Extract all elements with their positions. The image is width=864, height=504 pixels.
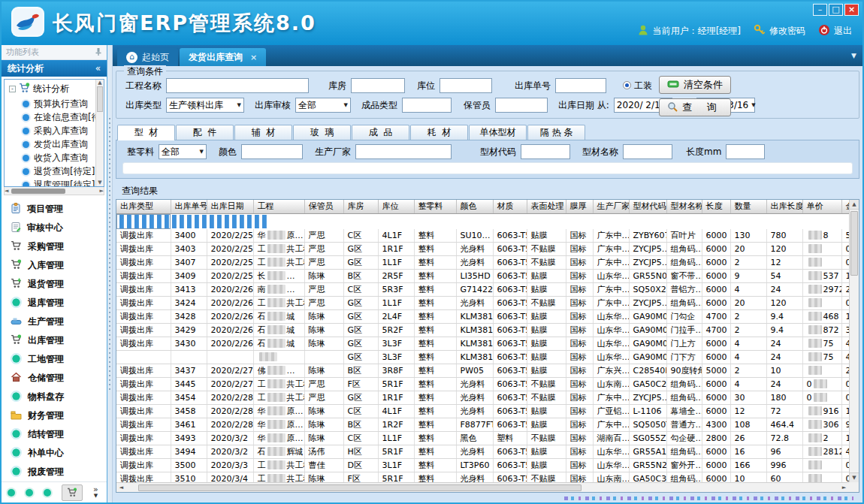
length-input[interactable] bbox=[726, 144, 765, 159]
column-header[interactable]: 金额 bbox=[841, 200, 849, 213]
table-row[interactable]: 调拨出库34932020/3/2华原…陈琳C区1L1F整料黑色塑料不贴膜国标湖南… bbox=[116, 432, 849, 445]
table-row[interactable]: 调拨出库34942020/3/2石辉城汤伟H区5R1F整料光身料6063-T5贴… bbox=[116, 445, 849, 459]
tab-close-icon[interactable]: × bbox=[250, 53, 257, 62]
profile-name-input[interactable] bbox=[623, 144, 672, 159]
table-row[interactable]: 调拨出库35002020/3/3工共工程曹佳D区3L1F整料LT3P606063… bbox=[116, 459, 849, 472]
column-header[interactable]: 型材名称 bbox=[666, 200, 702, 213]
column-header[interactable]: 生产厂家 bbox=[593, 200, 629, 213]
sidebar-item-folder[interactable]: 财务管理 bbox=[2, 406, 107, 425]
table-row[interactable]: 调拨出库34282020/2/26石城陈琳G区2L4F整料KLM38176063… bbox=[116, 310, 849, 324]
table-row[interactable]: 调拨出库34292020/2/26石城陈琳G区5R2F整料KLM38176063… bbox=[116, 324, 849, 337]
column-header[interactable]: 单价 bbox=[802, 200, 841, 213]
outbound-no-input[interactable] bbox=[555, 78, 606, 93]
tab-shipment-outbound-query[interactable]: 发货出库查询 × bbox=[180, 48, 266, 66]
column-header[interactable]: 出库长度 bbox=[766, 200, 802, 213]
material-tab[interactable]: 隔 热 条 bbox=[527, 125, 585, 140]
material-tab[interactable]: 玻 璃 bbox=[293, 125, 351, 140]
tree-root[interactable]: - 统计分析 bbox=[5, 80, 104, 97]
collapse-icon[interactable]: « bbox=[95, 63, 101, 74]
tree-item[interactable]: 在途信息查询[待 bbox=[5, 110, 104, 124]
search-button[interactable]: 查 询 bbox=[659, 98, 731, 116]
maximize-button[interactable]: □ bbox=[829, 4, 843, 16]
splitter-handle[interactable] bbox=[107, 45, 113, 502]
material-tab[interactable]: 耗 材 bbox=[410, 125, 468, 140]
scroll-right-icon[interactable]: ► bbox=[839, 484, 849, 490]
tab-list-dropdown-icon[interactable]: ▼ bbox=[851, 52, 856, 59]
sidebar-item-dot[interactable]: 退库管理 bbox=[2, 294, 107, 312]
close-button[interactable]: × bbox=[844, 4, 859, 16]
overflow-item-icon[interactable] bbox=[26, 489, 33, 496]
tree-item[interactable]: 发货出库查询 bbox=[5, 137, 104, 151]
table-row[interactable]: 调拨出库34372020/2/27佛…陈琳B区3R8F整料PW056063-T5… bbox=[116, 364, 849, 378]
material-tab[interactable]: 单体型材 bbox=[469, 125, 527, 140]
pin-icon[interactable] bbox=[95, 47, 102, 58]
column-header[interactable]: 库位 bbox=[378, 200, 414, 213]
scroll-down-icon[interactable]: ▼ bbox=[850, 472, 859, 482]
table-row[interactable]: G区3L3F整料KLM38176063-T5贴膜国标山东华…GA90M09.门下… bbox=[116, 351, 849, 364]
tree-item[interactable]: 采购入库查询 bbox=[5, 124, 104, 137]
tree-horizontal-scrollbar[interactable]: ◄► bbox=[4, 187, 104, 195]
keeper-input[interactable] bbox=[495, 98, 548, 113]
profile-code-input[interactable] bbox=[521, 144, 570, 159]
minimize-button[interactable]: – bbox=[813, 4, 827, 16]
table-row[interactable]: 调拨出库34092020/2/25长…陈琳B区2R5F整料LI35HD6063-… bbox=[116, 270, 849, 283]
sidebar-item-cartg[interactable]: 入库管理 bbox=[2, 256, 107, 275]
material-tab[interactable]: 成 品 bbox=[352, 125, 409, 140]
column-header[interactable]: 型材代码 bbox=[629, 200, 666, 213]
column-header[interactable]: 出库日期 bbox=[207, 200, 253, 213]
column-header[interactable]: 膜厚 bbox=[566, 200, 593, 213]
table-row[interactable]: 调拨出库34582020/2/28华原…陈琳C区4L1F整料光身料6063-T5… bbox=[116, 405, 849, 418]
logout-button[interactable]: 退出 bbox=[818, 24, 852, 38]
overflow-item-icon[interactable] bbox=[8, 489, 15, 496]
clear-conditions-button[interactable]: 清空条件 bbox=[659, 76, 731, 94]
sidebar-item-cart[interactable]: 采购管理 bbox=[2, 237, 107, 256]
column-header[interactable]: 数量 bbox=[730, 200, 766, 213]
table-row[interactable]: 调拨出库34242020/2/26工共工程严思G区1L1F整料光身料6063-T… bbox=[116, 297, 849, 310]
material-tab[interactable]: 型 材 bbox=[117, 125, 175, 140]
table-row[interactable]: 调拨出库34132020/2/26南…严思C区5R3F整料G714226063-… bbox=[116, 283, 849, 297]
sidebar-item-prod[interactable]: 生产管理 bbox=[2, 312, 107, 331]
column-header[interactable]: 保管员 bbox=[304, 200, 343, 213]
column-header[interactable]: 库房 bbox=[343, 200, 378, 213]
tree-vertical-scrollbar[interactable]: ▲▼ bbox=[95, 80, 104, 186]
column-header[interactable]: 出库单号 bbox=[171, 200, 207, 213]
sidebar-item-house[interactable]: 仓储管理 bbox=[2, 369, 107, 388]
tree-item[interactable]: 预算执行查询 bbox=[5, 97, 104, 110]
column-header[interactable]: 材质 bbox=[493, 200, 527, 213]
sidebar-item-dot[interactable]: 结转管理 bbox=[2, 425, 107, 444]
sidebar-item-dot[interactable]: 物料盘存 bbox=[2, 388, 107, 406]
tree-item[interactable]: 收货入库查询 bbox=[5, 151, 104, 164]
material-tab[interactable]: 辅 材 bbox=[234, 125, 292, 140]
radio-gongzhuang[interactable]: 工装 bbox=[623, 80, 652, 92]
table-row[interactable]: 调拨出库34612020/2/28华原…陈琳B区1R2F整料F8877FT606… bbox=[116, 418, 849, 432]
horizontal-scrollbar[interactable]: ◄ ► bbox=[116, 482, 849, 492]
tree-expand-icon[interactable]: - bbox=[9, 86, 16, 92]
table-row[interactable]: 调拨出库35102020/3/4工共工程陈琳F区5R1F整料光身料6063-T5… bbox=[116, 472, 849, 483]
table-row[interactable]: 调拨出库34002020/2/25华原…严思C区4L1F整料SU10…6063-… bbox=[116, 229, 849, 243]
table-row[interactable]: 调拨出库34032020/2/25工共工程严思G区1R1F整料光身料6063-T… bbox=[116, 243, 849, 256]
vertical-scroll-thumb[interactable] bbox=[850, 211, 858, 276]
sidebar-item-clipboard[interactable]: 项目管理 bbox=[2, 200, 107, 219]
column-header[interactable]: 出库类型 bbox=[116, 200, 171, 213]
warehouse-input[interactable] bbox=[351, 78, 405, 93]
tree-item[interactable]: 退库管理[待定] bbox=[5, 178, 104, 187]
sidebar-item-dot[interactable]: 报废管理 bbox=[2, 463, 107, 481]
sidebar-item-dot[interactable]: 工地管理 bbox=[2, 350, 107, 369]
outbound-type-select[interactable]: 生产领料出库▼ bbox=[166, 98, 244, 113]
column-header[interactable]: 整零料 bbox=[414, 200, 456, 213]
whole-piece-select[interactable]: 全部▼ bbox=[159, 144, 207, 159]
location-input[interactable] bbox=[440, 78, 492, 93]
tab-home[interactable]: ⌂ 起始页 bbox=[117, 48, 178, 66]
table-row[interactable]: 调拨出库34452020/2/27工共工程严思F区5R1F整料光身料6063-T… bbox=[116, 378, 849, 391]
section-header-statistics[interactable]: 统计分析 « bbox=[2, 60, 107, 77]
column-header[interactable]: 工程 bbox=[253, 200, 304, 213]
product-type-input[interactable] bbox=[402, 98, 452, 113]
tree-item[interactable]: 退货查询[待定] bbox=[5, 164, 104, 178]
column-header[interactable]: 长度 bbox=[702, 200, 730, 213]
overflow-item-icon[interactable] bbox=[44, 489, 51, 496]
vertical-scrollbar[interactable]: ▲ ▼ bbox=[849, 200, 859, 482]
audit-select[interactable]: 全部▼ bbox=[295, 98, 351, 113]
change-password-button[interactable]: 修改密码 bbox=[754, 24, 805, 38]
project-name-input[interactable] bbox=[166, 78, 309, 93]
color-input[interactable] bbox=[241, 144, 303, 159]
